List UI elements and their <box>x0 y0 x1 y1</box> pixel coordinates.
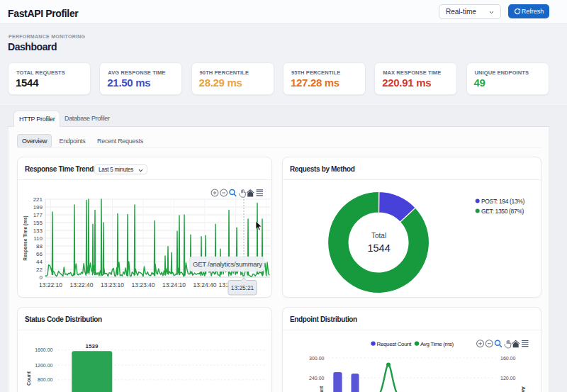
svg-text:Request Count: Request Count <box>319 386 325 392</box>
svg-text:221: 221 <box>33 196 43 203</box>
svg-text:GET /analytics/summary: GET /analytics/summary <box>193 260 262 268</box>
svg-text:1539: 1539 <box>86 343 99 349</box>
svg-text:13:22:40: 13:22:40 <box>69 281 93 289</box>
svg-text:800.00: 800.00 <box>38 377 53 382</box>
svg-text:160.00: 160.00 <box>500 356 516 361</box>
svg-text:Request Count: Request Count <box>377 341 412 347</box>
svg-text:88: 88 <box>36 243 43 250</box>
svg-text:Response Time (ms): Response Time (ms) <box>23 215 28 260</box>
svg-text:177: 177 <box>33 212 43 218</box>
svg-text:13:22:10: 13:22:10 <box>39 281 62 289</box>
svg-text:GET: 1350 (87%): GET: 1350 (87%) <box>481 208 524 215</box>
svg-text:Count: Count <box>26 371 31 386</box>
svg-text:133: 133 <box>33 228 43 234</box>
svg-text:240.00: 240.00 <box>309 376 325 381</box>
svg-text:0: 0 <box>40 274 43 281</box>
svg-text:13:24:40: 13:24:40 <box>193 281 216 289</box>
svg-text:110: 110 <box>33 235 43 242</box>
svg-text:22: 22 <box>36 267 43 273</box>
svg-text:44: 44 <box>36 259 43 265</box>
svg-text:199: 199 <box>33 204 43 211</box>
svg-text:1600.00: 1600.00 <box>35 347 52 352</box>
svg-text:Avg Time (ms): Avg Time (ms) <box>420 341 454 347</box>
svg-text:1544: 1544 <box>367 242 390 254</box>
svg-text:13:24:10: 13:24:10 <box>162 281 186 289</box>
svg-text:13:25:21: 13:25:21 <box>231 284 254 291</box>
svg-text:POST: 194 (13%): POST: 194 (13%) <box>481 198 525 205</box>
svg-text:300.00: 300.00 <box>309 356 325 361</box>
svg-text:155: 155 <box>33 220 43 226</box>
svg-text:Avg Time: Avg Time <box>520 386 526 392</box>
svg-text:1200.00: 1200.00 <box>35 363 52 368</box>
svg-text:120.00: 120.00 <box>500 376 516 381</box>
svg-text:13:23:40: 13:23:40 <box>131 281 155 289</box>
svg-text:Total: Total <box>371 232 386 240</box>
svg-text:13:23:10: 13:23:10 <box>101 281 124 289</box>
svg-text:66: 66 <box>36 251 43 257</box>
